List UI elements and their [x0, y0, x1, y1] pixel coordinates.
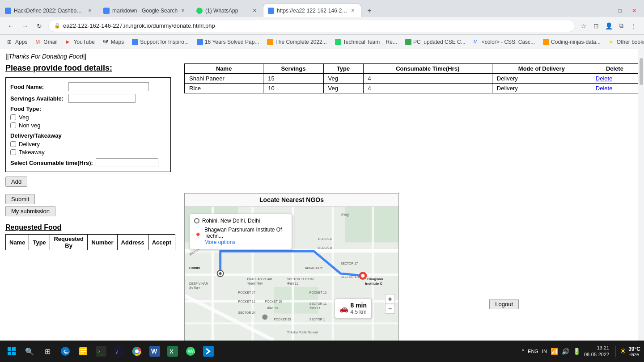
- extensions-icon[interactable]: ⧉: [616, 21, 626, 31]
- food-row-1-servings: 15: [263, 74, 323, 84]
- add-button[interactable]: Add: [5, 177, 27, 187]
- nonveg-checkbox[interactable]: [10, 122, 16, 128]
- start-button[interactable]: [4, 343, 20, 359]
- tab-4-close[interactable]: ✕: [349, 7, 356, 14]
- veg-checkbox[interactable]: [10, 114, 16, 120]
- bookmark-16years[interactable]: 16 Years Solved Pap...: [193, 38, 263, 46]
- bookmark-color[interactable]: M <color> - CSS: Casc...: [470, 38, 538, 46]
- address-input-box[interactable]: 🔒 ea22-122-162-146-227.in.ngrok.io/dummy…: [48, 20, 575, 32]
- bookmark-pc-label: PC_updated CSE C...: [413, 39, 466, 45]
- tab-2[interactable]: markdown - Google Search ✕: [98, 4, 191, 17]
- bookmark-youtube[interactable]: ▶ YouTube: [62, 38, 98, 46]
- consumable-label: Select Consumable time(Hrs):: [10, 160, 93, 166]
- tab-1[interactable]: HackDefine 2022: Dashboard | D... ✕: [0, 4, 98, 17]
- bookmark-other[interactable]: ★ Other bookmarks: [605, 38, 644, 46]
- svg-text:POCKET 10: POCKET 10: [265, 300, 282, 303]
- logout-button[interactable]: Logout: [489, 299, 519, 309]
- tab-1-close[interactable]: ✕: [86, 7, 93, 14]
- word-icon[interactable]: W: [147, 343, 163, 359]
- clock[interactable]: 13:21 08-05-2022: [584, 345, 609, 358]
- files-icon[interactable]: [75, 343, 91, 359]
- svg-point-46: [361, 274, 364, 278]
- profile-icon[interactable]: 👤: [604, 21, 614, 31]
- excel-icon[interactable]: X: [165, 343, 181, 359]
- bookmark-maps[interactable]: 🗺 Maps: [99, 38, 127, 46]
- back-button[interactable]: ←: [5, 21, 16, 31]
- tab-2-title: markdown - Google Search: [112, 8, 178, 14]
- tab-3-close[interactable]: ✕: [251, 7, 258, 14]
- delete-link-1[interactable]: Delete: [596, 75, 613, 82]
- food-row-2-type: Veg: [323, 84, 363, 93]
- bookmark-support[interactable]: Support for Inspiro...: [128, 38, 192, 46]
- map-area[interactable]: SHIV VIHAR दोस्तपुर BLOCK A BLOCK D ABBA…: [185, 206, 398, 341]
- edge-icon[interactable]: [57, 343, 73, 359]
- to-location-group: Bhagwan Parshuram Institute Of Techn... …: [204, 227, 287, 245]
- food-name-label: Food Name:: [10, 84, 68, 90]
- bookmark-other-label: Other bookmarks: [617, 39, 644, 45]
- minimize-button[interactable]: ─: [599, 4, 612, 17]
- whatsapp-taskbar-icon[interactable]: WA: [182, 343, 199, 359]
- bookmark-apps[interactable]: ⊞ Apps: [4, 38, 31, 46]
- bookmark-star-icon[interactable]: ☆: [579, 21, 589, 31]
- food-row-1-mode: Delivery: [492, 74, 591, 84]
- delivery-checkbox[interactable]: [10, 141, 16, 147]
- takeaway-option-label: Takeaway: [19, 149, 45, 156]
- terminal-icon[interactable]: >_: [93, 343, 109, 359]
- takeaway-checkbox[interactable]: [10, 149, 16, 155]
- zoom-in-button[interactable]: +: [385, 294, 395, 304]
- food-row-1: Shahi Paneer 15 Veg 4 Delivery Delete: [185, 74, 639, 84]
- delete-link-2[interactable]: Delete: [596, 85, 613, 92]
- bookmark-complete[interactable]: The Complete 2022...: [263, 38, 330, 46]
- zoom-out-button[interactable]: −: [385, 304, 395, 314]
- bookmark-pc[interactable]: PC_updated CSE C...: [402, 38, 469, 46]
- consumable-input[interactable]: [96, 158, 158, 167]
- tab-2-close[interactable]: ✕: [179, 7, 186, 14]
- servings-input[interactable]: [68, 94, 136, 103]
- bookmark-gmail[interactable]: M Gmail: [32, 38, 61, 46]
- requested-col-number: Number: [88, 235, 117, 250]
- tab-4[interactable]: https://ea22-122-162-146-227.in... ✕: [263, 4, 361, 17]
- map-title: Locate Nearest NGOs: [185, 194, 398, 206]
- maximize-button[interactable]: □: [614, 4, 626, 17]
- music-icon[interactable]: ♪: [111, 343, 127, 359]
- food-col-servings: Servings: [263, 64, 323, 74]
- tab-3-favicon: [196, 8, 203, 14]
- submit-button[interactable]: Submit: [5, 194, 35, 204]
- svg-point-49: [61, 347, 70, 356]
- from-location: Rohini, New Delhi, Delhi: [202, 218, 260, 224]
- svg-rect-53: [80, 353, 84, 354]
- taskview-icon[interactable]: ⊞: [39, 343, 55, 359]
- battery-icon[interactable]: 🔋: [573, 348, 580, 355]
- vscode-icon[interactable]: [200, 343, 216, 359]
- wifi-icon[interactable]: 📶: [551, 348, 558, 355]
- new-tab-button[interactable]: +: [363, 4, 376, 17]
- food-col-mode: Mode of Delivery: [492, 64, 591, 74]
- more-options-link[interactable]: More options: [204, 239, 287, 245]
- volume-icon[interactable]: 🔊: [562, 348, 569, 355]
- bookmark-coding[interactable]: Coding-ninjas-data...: [539, 38, 604, 46]
- food-row-2-delete[interactable]: Delete: [591, 84, 638, 93]
- svg-text:पॉकेट 10: पॉकेट 10: [267, 306, 278, 310]
- chrome-icon[interactable]: [129, 343, 145, 359]
- bookmark-technical[interactable]: Technical Team _ Re...: [331, 38, 401, 46]
- food-name-input[interactable]: [68, 82, 149, 91]
- tab-1-favicon: [5, 8, 11, 14]
- tab-3[interactable]: (1) WhatsApp ✕: [191, 4, 263, 17]
- forward-button[interactable]: →: [20, 21, 30, 31]
- food-row-1-delete[interactable]: Delete: [591, 74, 638, 84]
- requested-col-type: Type: [29, 235, 50, 250]
- browser-tune-icon[interactable]: ⊡: [591, 21, 601, 31]
- close-button[interactable]: ✕: [628, 4, 640, 17]
- menu-icon[interactable]: ⋮: [629, 21, 639, 31]
- svg-text:सेक्टर 11: सेक्टर 11: [287, 282, 298, 285]
- scroll-thumb[interactable]: [640, 58, 643, 85]
- my-submission-button[interactable]: My submission: [5, 206, 55, 216]
- svg-text:W: W: [151, 348, 157, 355]
- scrollbar[interactable]: [638, 49, 644, 362]
- tab-1-title: HackDefine 2022: Dashboard | D...: [14, 8, 85, 14]
- hidden-icons-button[interactable]: ^: [521, 348, 524, 354]
- time-value: 8 min: [350, 302, 367, 309]
- taskbar-search-button[interactable]: 🔍: [21, 343, 38, 359]
- reload-button[interactable]: ↻: [34, 21, 45, 31]
- weather-info: 39°C Haze: [628, 346, 640, 357]
